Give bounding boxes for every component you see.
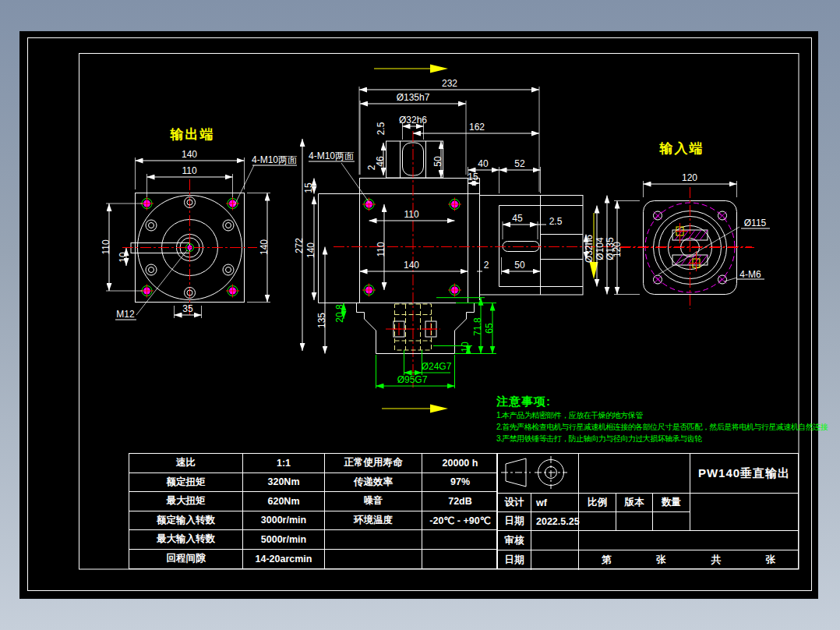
- dim: 15: [303, 182, 314, 193]
- dim: 110: [101, 239, 111, 254]
- arrow-right-bottom-icon: [430, 405, 448, 413]
- spec-cell: 最大输入转数: [129, 530, 243, 550]
- spec-cell: [422, 530, 498, 550]
- dim-green: 20.8: [334, 304, 345, 323]
- dim: Ø32h6: [399, 115, 427, 126]
- scale-label: 比例: [579, 494, 616, 512]
- dim: 120: [612, 242, 623, 257]
- spec-cell: 1:1: [243, 454, 325, 473]
- version-value: [616, 512, 653, 531]
- sheet-di: 第: [602, 554, 612, 567]
- dim: 50: [432, 156, 443, 167]
- dim: 110: [376, 242, 386, 257]
- title-empty-cell: [579, 531, 798, 550]
- dim: 2.5: [376, 122, 386, 135]
- spec-cell: [422, 550, 498, 569]
- spec-cell: -20℃ - +90℃: [422, 511, 498, 531]
- dim: 50: [514, 260, 525, 271]
- spec-cell: 97%: [422, 473, 498, 493]
- spec-cell: 72dB: [422, 492, 498, 511]
- projection-symbol-cell: [498, 454, 579, 494]
- dim-green: 71.8: [472, 317, 483, 336]
- date-value: 2022.5.25: [531, 512, 579, 531]
- spec-cell: 回程间隙: [129, 550, 243, 569]
- output-end-label: 输出端: [170, 127, 215, 142]
- dim: 140: [259, 239, 270, 255]
- dim: 162: [469, 122, 485, 133]
- spec-cell: 速比: [129, 454, 243, 473]
- audit-value: [531, 531, 579, 550]
- date2-value: [531, 550, 579, 570]
- spec-cell: 环境温度: [325, 511, 422, 531]
- spec-cell: [325, 550, 422, 569]
- notes-title: 注意事项:: [496, 395, 817, 409]
- scale-value: [579, 512, 616, 531]
- dim-green: Ø95G7: [397, 374, 428, 385]
- dim: 2: [484, 260, 489, 271]
- spec-cell: 噪音: [325, 492, 422, 511]
- dim: 10: [118, 252, 129, 263]
- dim: 140: [305, 242, 316, 258]
- dim: Ø104: [595, 237, 605, 260]
- output-end-view: 输出端: [101, 127, 297, 320]
- spec-cell: 620Nm: [243, 492, 325, 511]
- holes-label: 4-M10两面: [252, 154, 297, 165]
- dim: 35: [182, 303, 193, 314]
- spec-cell: 5000r/min: [243, 530, 325, 550]
- dim: Ø32h6: [584, 235, 595, 263]
- spec-cell: 320Nm: [243, 473, 325, 493]
- spec-cell: 最大扭矩: [129, 492, 243, 511]
- sheet-zhang: 张: [656, 554, 666, 567]
- qty-value: [653, 512, 690, 531]
- holes-label: 4-M6: [739, 269, 761, 280]
- dim-green: 10: [460, 342, 471, 352]
- note-line: 2.首先严格检查电机与行星减速机相连接的各部位尺寸是否匹配，然后是将电机与行星减…: [496, 421, 817, 433]
- dim: 15: [468, 172, 478, 182]
- spec-cell: 20000 h: [422, 454, 498, 473]
- note-line: 3.严禁用铁锤等击打，防止轴向力与径向力过大损坏轴承与齿轮: [496, 433, 817, 444]
- spec-cell: 额定输入转数: [129, 511, 243, 531]
- input-end-label: 输入端: [659, 141, 704, 156]
- spec-cell: [325, 530, 422, 550]
- dim: 46: [375, 156, 386, 167]
- designer-value: wf: [531, 494, 579, 512]
- qty-label: 数量: [653, 494, 690, 512]
- spec-cell: 正常使用寿命: [325, 454, 422, 473]
- title-empty-cell: [690, 494, 798, 531]
- dim: 45: [512, 213, 523, 224]
- spec-cell: 传递效率: [325, 473, 422, 493]
- audit-label: 审核: [498, 531, 531, 550]
- sheet-zhang2: 张: [766, 554, 776, 567]
- notes-block: 注意事项: 1.本产品为精密部件，应放在干燥的地方保管 2.首先严格检查电机与行…: [496, 395, 817, 444]
- dim: 40: [478, 158, 489, 169]
- dim: Ø135h7: [397, 92, 430, 103]
- arrow-right-top-icon: [430, 65, 448, 73]
- date-label: 日期: [498, 512, 531, 531]
- dim: 135: [316, 313, 327, 328]
- thread-label: M12: [116, 309, 135, 320]
- input-end-view: 输入端: [612, 141, 770, 309]
- dim: 110: [182, 165, 196, 176]
- part-name: PW140垂直输出: [690, 454, 798, 494]
- dim: 272: [294, 238, 305, 253]
- spec-cell: 14-20arcmin: [243, 550, 325, 569]
- cad-viewport: 输出端: [0, 0, 840, 630]
- dim: 110: [404, 209, 418, 220]
- dim: 2.5: [549, 216, 563, 227]
- dim-green: 65: [484, 323, 495, 334]
- spec-cell: 3000r/min: [243, 511, 325, 531]
- version-label: 版本: [616, 494, 653, 512]
- design-label: 设计: [498, 494, 531, 512]
- note-line: 1.本产品为精密部件，应放在干燥的地方保管: [496, 409, 817, 421]
- sheet-gong: 共: [711, 554, 721, 567]
- title-block: PW140垂直输出 设计 wf 比例 版本 数量 日期 2022.5.25 审核…: [497, 453, 799, 569]
- holes-label: 4-M10两面: [309, 150, 354, 161]
- dim: Ø115: [744, 218, 767, 228]
- spec-table: 速比 1:1 正常使用寿命 20000 h 额定扭矩 320Nm 传递效率 97…: [129, 453, 497, 569]
- dim: 140: [182, 149, 197, 160]
- sheet-cell: 第 张 共 张: [579, 550, 798, 570]
- title-empty-cell: [579, 454, 690, 494]
- dim: 232: [442, 78, 457, 89]
- dim: 140: [404, 260, 419, 271]
- dim: 120: [682, 172, 697, 183]
